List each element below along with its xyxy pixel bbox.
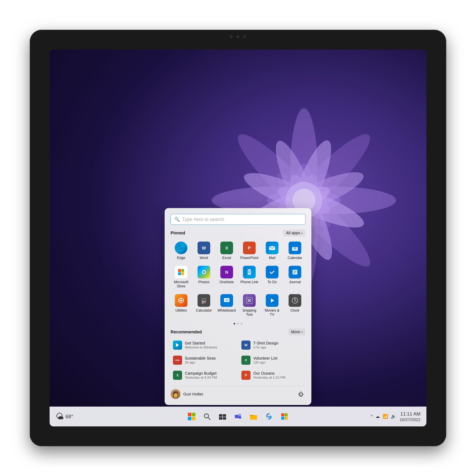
moviestv-label: Movies & TV <box>263 308 282 317</box>
teams-button[interactable]: T <box>232 410 244 423</box>
dot-inactive-2[interactable] <box>241 323 242 324</box>
app-journal[interactable]: Journal <box>284 264 306 290</box>
taskbar-left: 🌤 68° <box>55 412 73 421</box>
svg-text:X: X <box>176 374 179 377</box>
app-excel[interactable]: X Excel <box>216 239 237 262</box>
svg-point-59 <box>202 302 203 304</box>
svg-rect-42 <box>268 268 276 276</box>
user-info[interactable]: 👩 Guri Holter <box>170 389 204 399</box>
taskbar-center: T <box>186 410 290 423</box>
app-moviestv[interactable]: Movies & TV <box>262 292 283 319</box>
dot-active[interactable] <box>234 323 235 324</box>
app-whiteboard[interactable]: Whiteboard <box>216 292 237 319</box>
svg-rect-34 <box>181 272 184 275</box>
recommended-grid: Get Started Welcome to Windows W T-Shirt… <box>170 339 306 382</box>
rec-time-5: Yesterday at 1:15 PM <box>253 376 285 380</box>
store-taskbar-button[interactable] <box>278 410 290 423</box>
app-powerpoint[interactable]: P PowerPoint <box>239 239 260 262</box>
svg-point-96 <box>267 416 271 418</box>
file-explorer-button[interactable] <box>248 410 259 423</box>
taskbar-right: ^ ☁ 📶 🔊 11:11 AM 10/27/2022 <box>371 411 421 422</box>
app-edge[interactable]: Edge <box>170 239 192 262</box>
edge-label: Edge <box>177 256 185 260</box>
onedrive-icon[interactable]: ☁ <box>375 414 380 419</box>
app-word[interactable]: W Word <box>193 239 215 262</box>
whiteboard-label: Whiteboard <box>218 308 236 313</box>
app-calendar[interactable]: 20 Calendar <box>284 239 306 262</box>
app-calculator[interactable]: Calculator <box>193 292 215 319</box>
svg-rect-99 <box>281 417 284 420</box>
onenote-icon: N <box>220 266 233 278</box>
svg-text:W: W <box>202 246 206 251</box>
power-button[interactable]: ⏻ <box>296 390 306 399</box>
svg-point-36 <box>203 271 205 273</box>
calendar-icon: 20 <box>289 241 301 254</box>
app-phonelink[interactable]: Phone Link <box>239 264 260 290</box>
all-apps-button[interactable]: All apps › <box>283 229 306 237</box>
camera-dot-left <box>230 35 233 38</box>
chevron-icon[interactable]: ^ <box>371 414 373 419</box>
svg-rect-31 <box>178 269 181 272</box>
svg-text:N: N <box>225 270 228 275</box>
wifi-icon[interactable]: 📶 <box>383 414 388 419</box>
store-taskbar-icon <box>280 412 288 421</box>
search-placeholder[interactable]: Type here to search <box>182 217 302 222</box>
edge-taskbar-button[interactable] <box>263 410 275 423</box>
app-mail[interactable]: Mail <box>262 239 283 262</box>
task-view-button[interactable] <box>217 410 228 423</box>
moviestv-icon <box>266 294 278 307</box>
more-button[interactable]: More › <box>288 328 306 335</box>
svg-rect-55 <box>202 298 206 300</box>
excel-icon: X <box>220 241 233 254</box>
phonelink-icon <box>243 266 256 278</box>
rec-tshirt[interactable]: W T-Shirt Design 17m ago <box>239 339 306 352</box>
user-name: Guri Holter <box>183 392 204 396</box>
snipping-label: Snipping Tool <box>240 308 259 317</box>
rec-sustainable[interactable]: PDF Sustainable Seas 2h ago <box>170 354 237 367</box>
volume-icon[interactable]: 🔊 <box>391 414 396 419</box>
weather-widget[interactable]: 🌤 68° <box>55 412 73 421</box>
svg-line-86 <box>208 418 210 420</box>
app-utilities[interactable]: Utilities <box>170 292 192 319</box>
journal-icon <box>289 266 301 278</box>
user-row: 👩 Guri Holter ⏻ <box>170 386 306 399</box>
app-todo[interactable]: To Do <box>262 264 283 290</box>
get-started-icon <box>173 340 182 350</box>
search-bar[interactable]: 🔍 Type here to search <box>170 214 306 225</box>
system-tray[interactable]: ^ ☁ 📶 🔊 <box>371 414 396 419</box>
svg-rect-100 <box>285 417 288 420</box>
search-icon: 🔍 <box>174 217 180 222</box>
app-photos[interactable]: Photos <box>193 264 215 290</box>
recommended-header: Recommended More › <box>170 328 306 335</box>
app-onenote[interactable]: N OneNote <box>216 264 237 290</box>
tshirt-word-icon: W <box>241 340 251 350</box>
svg-rect-94 <box>238 416 241 419</box>
app-msstore[interactable]: Microsoft Store <box>170 264 192 290</box>
start-menu: 🔍 Type here to search Pinned All apps › … <box>165 208 311 405</box>
rec-campaign[interactable]: X Campaign Budget Yesterday at 4:24 PM <box>170 369 237 382</box>
svg-point-57 <box>203 301 204 302</box>
edge-icon <box>175 241 187 254</box>
start-button[interactable] <box>186 410 198 423</box>
excel-label: Excel <box>222 256 231 260</box>
svg-text:PDF: PDF <box>175 359 180 362</box>
photos-icon <box>198 266 210 278</box>
clock-display[interactable]: 11:11 AM 10/27/2022 <box>400 411 421 422</box>
app-clock[interactable]: Clock <box>284 292 306 319</box>
svg-point-18 <box>179 247 183 249</box>
svg-rect-87 <box>219 414 222 417</box>
rec-volunteer[interactable]: X Volunteer List 12h ago <box>239 354 306 367</box>
rec-time-4: Yesterday at 4:24 PM <box>185 376 217 380</box>
edge-taskbar-icon <box>265 412 273 421</box>
volunteer-excel-icon: X <box>241 356 251 365</box>
rec-name-3: Volunteer List <box>253 356 277 360</box>
dot-inactive-1[interactable] <box>237 323 239 324</box>
rec-name-5: Our Oceans <box>253 371 285 376</box>
powerpoint-icon: P <box>243 241 256 254</box>
rec-ouroceans[interactable]: P Our Oceans Yesterday at 1:15 PM <box>239 369 306 382</box>
clock-icon <box>289 294 301 307</box>
app-snipping[interactable]: Snipping Tool <box>239 292 260 319</box>
camera-bar <box>230 35 246 38</box>
search-taskbar-button[interactable] <box>201 410 213 423</box>
rec-get-started[interactable]: Get Started Welcome to Windows <box>170 339 237 352</box>
